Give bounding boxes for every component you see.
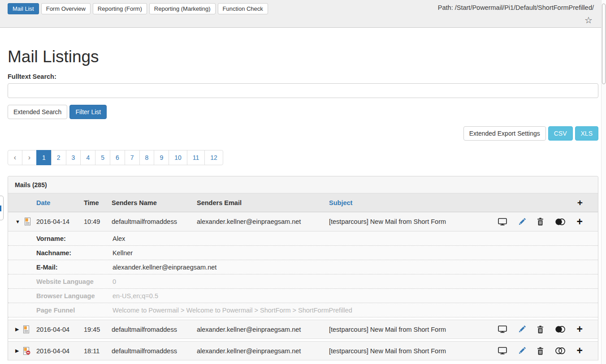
cell-sender-name: defaultmailfromaddess	[112, 347, 197, 355]
pagination-page-6[interactable]: 6	[110, 150, 125, 165]
page-title: Mail Listings	[8, 47, 598, 66]
scrollbar-track[interactable]	[601, 0, 606, 364]
table-row: ▼ 2016-04-14 10:49 defaultmailfromaddess…	[8, 212, 598, 231]
pagination-page-4[interactable]: 4	[80, 150, 95, 165]
cell-date: 2016-04-04	[36, 326, 84, 333]
pagination: ‹ › 1 2 3 4 5 6 7 8 9 10 11 12	[8, 150, 223, 165]
detail-row-website-language: Website Language 0	[8, 274, 598, 289]
fulltext-search-input[interactable]	[8, 83, 598, 98]
table-header-row: Date Time Senders Name Senders Email Sub…	[8, 193, 598, 212]
mail-record-hidden-icon[interactable]	[23, 347, 30, 355]
detail-label: Vorname:	[8, 235, 113, 242]
pagination-page-9[interactable]: 9	[154, 150, 169, 165]
add-column-icon[interactable]: +	[577, 198, 583, 207]
pagination-page-3[interactable]: 3	[66, 150, 81, 165]
cell-sender-name: defaultmailfromaddess	[112, 326, 197, 333]
cell-date: 2016-04-04	[36, 347, 84, 355]
pagination-page-7[interactable]: 7	[125, 150, 140, 165]
detail-row-browser-language: Browser Language en-US,en;q=0.5	[8, 289, 598, 303]
pagination-next[interactable]: ›	[22, 150, 37, 165]
tab-reporting-marketing[interactable]: Reporting (Marketing)	[149, 3, 216, 14]
cell-subject: [testparcours] New Mail from Short Form	[329, 218, 496, 225]
cell-time: 10:49	[84, 218, 112, 225]
extended-search-button[interactable]: Extended Search	[8, 105, 67, 119]
detail-value: Welcome to Powermail > Welcome to Powerm…	[113, 307, 598, 314]
xls-button[interactable]: XLS	[575, 126, 598, 141]
detail-row-nachname: Nachname: Kellner	[8, 246, 598, 260]
pagination-page-5[interactable]: 5	[95, 150, 110, 165]
edit-icon[interactable]	[518, 347, 526, 355]
tab-form-overview[interactable]: Form Overview	[41, 3, 91, 14]
panel-title: Mails (285)	[8, 176, 598, 193]
hide-toggle-on-icon[interactable]	[555, 218, 566, 226]
module-body: Mail Listings Fulltext Search: Extended …	[0, 47, 606, 360]
preview-icon[interactable]	[498, 347, 507, 355]
filter-list-button[interactable]: Filter List	[69, 105, 107, 119]
preview-icon[interactable]	[498, 218, 507, 226]
table-row: ▶ 2016-04-04 19:45 defaultmailfromaddess…	[8, 320, 598, 339]
detail-label: Page Funnel	[8, 307, 113, 314]
bookmark-star-icon[interactable]: ☆	[584, 15, 593, 26]
cell-sender-email: alexander.kellner@einpraegsam.net	[197, 326, 329, 333]
column-header-senders-email: Senders Email	[197, 199, 329, 206]
column-header-subject[interactable]: Subject	[329, 199, 496, 206]
extended-export-settings-button[interactable]: Extended Export Settings	[463, 126, 546, 141]
detail-label: Nachname:	[8, 249, 113, 257]
pagination-page-2[interactable]: 2	[51, 150, 66, 165]
hide-toggle-on-icon[interactable]	[555, 325, 566, 333]
mail-record-icon[interactable]	[23, 325, 30, 334]
tab-function-check[interactable]: Function Check	[218, 3, 268, 14]
cell-subject: [testparcours] New Mail from Short Form	[329, 326, 496, 333]
breadcrumb-path: Path: /Start/Powermail/Pi1/Default/Short…	[438, 4, 594, 11]
detail-row-email: E-Mail: alexander.kellner@einpraegsam.ne…	[8, 260, 598, 274]
cell-date: 2016-04-14	[36, 218, 84, 225]
search-buttons: Extended Search Filter List	[8, 105, 598, 119]
cell-subject: [testparcours] New Mail from Short Form	[329, 347, 496, 355]
pagination-prev[interactable]: ‹	[8, 150, 22, 165]
detail-label: E-Mail:	[8, 264, 113, 271]
add-icon[interactable]: +	[577, 346, 583, 356]
delete-icon[interactable]	[537, 325, 544, 334]
detail-label: Website Language	[8, 278, 113, 285]
left-panel-handle[interactable]	[0, 196, 4, 220]
row-details: Vorname: Alex Nachname: Kellner E-Mail: …	[8, 231, 598, 317]
tab-reporting-form[interactable]: Reporting (Form)	[93, 3, 147, 14]
detail-row-page-funnel: Page Funnel Welcome to Powermail > Welco…	[8, 303, 598, 317]
detail-row-vorname: Vorname: Alex	[8, 231, 598, 246]
tab-mail-list[interactable]: Mail List	[8, 3, 39, 14]
export-buttons: Extended Export Settings CSV XLS	[8, 126, 598, 141]
pagination-page-10[interactable]: 10	[169, 150, 187, 165]
add-icon[interactable]: +	[577, 324, 583, 334]
delete-icon[interactable]	[537, 218, 544, 226]
cell-time: 19:45	[84, 326, 112, 333]
cell-sender-email: alexander.kellner@einpraegsam.net	[197, 347, 329, 355]
collapse-row-icon[interactable]: ▼	[15, 219, 20, 224]
pagination-page-12[interactable]: 12	[204, 150, 223, 165]
left-panel-handle-mark	[0, 206, 1, 211]
doc-header: Mail List Form Overview Reporting (Form)…	[0, 0, 606, 28]
table-row: ▶ 2016-04-04 18:11 defaultmailfromaddess…	[8, 341, 598, 360]
hide-toggle-off-icon[interactable]	[555, 347, 566, 355]
preview-icon[interactable]	[498, 325, 507, 333]
detail-label: Browser Language	[8, 292, 113, 300]
pagination-page-1[interactable]: 1	[36, 150, 52, 165]
detail-value: alexander.kellner@einpraegsam.net	[113, 264, 598, 271]
detail-value: Kellner	[113, 249, 598, 257]
column-header-date[interactable]: Date	[36, 199, 84, 206]
delete-icon[interactable]	[537, 347, 544, 355]
cell-sender-name: defaultmailfromaddess	[112, 218, 197, 225]
mail-record-icon[interactable]	[24, 218, 31, 226]
pagination-page-11[interactable]: 11	[187, 150, 205, 165]
add-icon[interactable]: +	[577, 217, 583, 227]
expand-row-icon[interactable]: ▶	[15, 327, 19, 332]
detail-value: Alex	[113, 235, 598, 242]
cell-sender-email: alexander.kellner@einpraegsam.net	[197, 218, 329, 225]
scrollbar-thumb[interactable]	[602, 4, 606, 84]
csv-button[interactable]: CSV	[548, 126, 573, 141]
cell-time: 18:11	[84, 347, 112, 355]
edit-icon[interactable]	[518, 218, 526, 226]
pagination-page-8[interactable]: 8	[139, 150, 155, 165]
column-header-time: Time	[84, 199, 112, 206]
edit-icon[interactable]	[518, 325, 526, 333]
expand-row-icon[interactable]: ▶	[15, 348, 19, 353]
